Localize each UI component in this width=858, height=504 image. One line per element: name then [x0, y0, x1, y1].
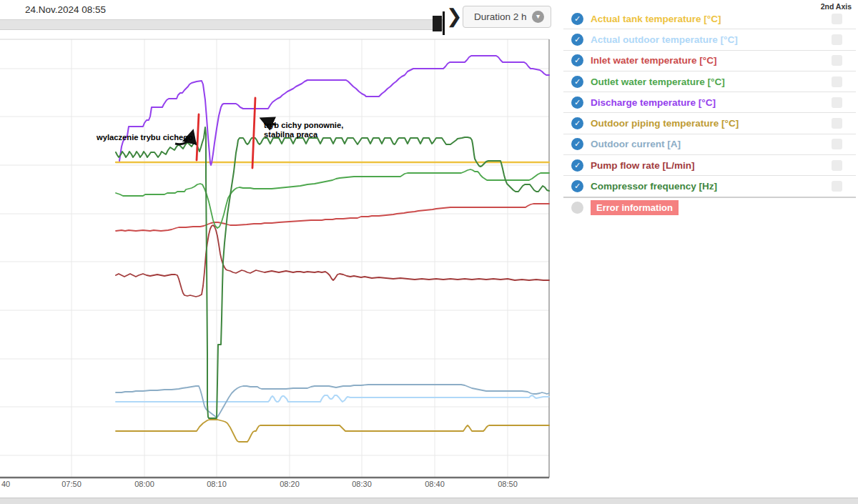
series-label: Pump flow rate [L/min] [591, 160, 695, 171]
second-axis-checkbox[interactable] [832, 181, 842, 192]
series-checkbox-checked-icon[interactable]: ✓ [571, 117, 583, 129]
chart[interactable]: wylaczenie trybu cichegotryb cichy ponow… [0, 33, 551, 504]
x-axis-tick-label: 08:50 [498, 480, 518, 488]
second-axis-checkbox[interactable] [832, 76, 842, 87]
series-checkbox-unchecked-icon[interactable] [571, 202, 583, 214]
series-label: Outlet water temperature [°C] [591, 76, 725, 87]
legend-item-8: ✓Pump flow rate [L/min] [563, 155, 856, 176]
series-checkbox-checked-icon[interactable]: ✓ [571, 13, 583, 25]
series-label: Actual outdoor temperature [°C] [591, 34, 738, 45]
series-label: Compressor frequency [Hz] [591, 181, 717, 192]
legend-item-7: ✓Outdoor current [A] [563, 134, 856, 155]
legend-item-9: ✓Compressor frequency [Hz] [563, 176, 856, 197]
second-axis-checkbox[interactable] [832, 14, 842, 24]
x-axis-tick-label: 07:50 [61, 480, 82, 488]
second-axis-checkbox[interactable] [832, 118, 842, 129]
second-axis-checkbox[interactable] [832, 97, 842, 108]
series-label: Actual tank temperature [°C] [591, 14, 721, 24]
series-label: Outdoor current [A] [591, 139, 681, 149]
legend-item-3: ✓Inlet water temperature [°C] [563, 51, 856, 71]
error-information-badge: Error information [591, 200, 679, 215]
legend-item-4: ✓Outlet water temperature [°C] [563, 71, 856, 92]
series-checkbox-checked-icon[interactable]: ✓ [571, 97, 583, 109]
x-axis-tick-label: 40 [1, 480, 10, 488]
slider-handle[interactable] [433, 16, 442, 31]
plot-background[interactable] [0, 39, 549, 478]
legend-item-2: ✓Actual outdoor temperature [°C] [563, 29, 856, 50]
duration-select[interactable]: Duration 2 h ▾ [463, 6, 551, 28]
duration-select-label: Duration 2 h [474, 6, 527, 27]
legend-item-1: ✓Actual tank temperature [°C] [563, 9, 856, 29]
second-axis-checkbox[interactable] [832, 34, 842, 45]
second-axis-checkbox[interactable] [832, 55, 842, 66]
series-checkbox-checked-icon[interactable]: ✓ [571, 138, 583, 150]
chevron-down-icon: ▾ [532, 11, 544, 23]
legend-item-error: Error information [563, 198, 856, 218]
series-checkbox-checked-icon[interactable]: ✓ [571, 76, 583, 88]
legend-rows: ✓Actual tank temperature [°C]✓Actual out… [563, 9, 856, 218]
x-axis-tick-label: 08:00 [134, 480, 154, 488]
series-checkbox-checked-icon[interactable]: ✓ [571, 54, 583, 66]
step-forward-button[interactable]: ❯ [446, 6, 463, 27]
x-axis-tick-label: 08:10 [207, 480, 227, 488]
current-datetime-label: 24.Nov.2024 08:55 [25, 4, 106, 15]
series-checkbox-checked-icon[interactable]: ✓ [571, 180, 583, 192]
series-checkbox-checked-icon[interactable]: ✓ [571, 159, 583, 172]
slider-handle-bar[interactable] [443, 11, 445, 35]
x-axis-tick-label: 08:20 [280, 480, 300, 488]
horizontal-scrollbar[interactable] [0, 498, 858, 504]
second-axis-checkbox[interactable] [832, 139, 842, 149]
annotation-text: wylaczenie trybu cichego [96, 133, 193, 142]
annotation-text: tryb cichy ponownie, [264, 121, 343, 129]
series-label: Inlet water temperature [°C] [591, 55, 716, 66]
legend-item-5: ✓Discharge temperature [°C] [563, 92, 856, 113]
series-label: Discharge temperature [°C] [591, 97, 716, 108]
x-axis-tick-label: 08:40 [425, 480, 445, 488]
series-label: Outdoor piping temperature [°C] [591, 118, 739, 129]
legend-item-6: ✓Outdoor piping temperature [°C] [563, 113, 856, 134]
series-checkbox-checked-icon[interactable]: ✓ [571, 34, 583, 46]
chart-area[interactable]: wylaczenie trybu cichegotryb cichy ponow… [0, 33, 551, 504]
second-axis-checkbox[interactable] [832, 160, 842, 171]
time-range-slider[interactable] [0, 19, 445, 30]
annotation-text: stabilna praca [264, 130, 318, 139]
x-axis-tick-label: 08:30 [352, 480, 372, 488]
